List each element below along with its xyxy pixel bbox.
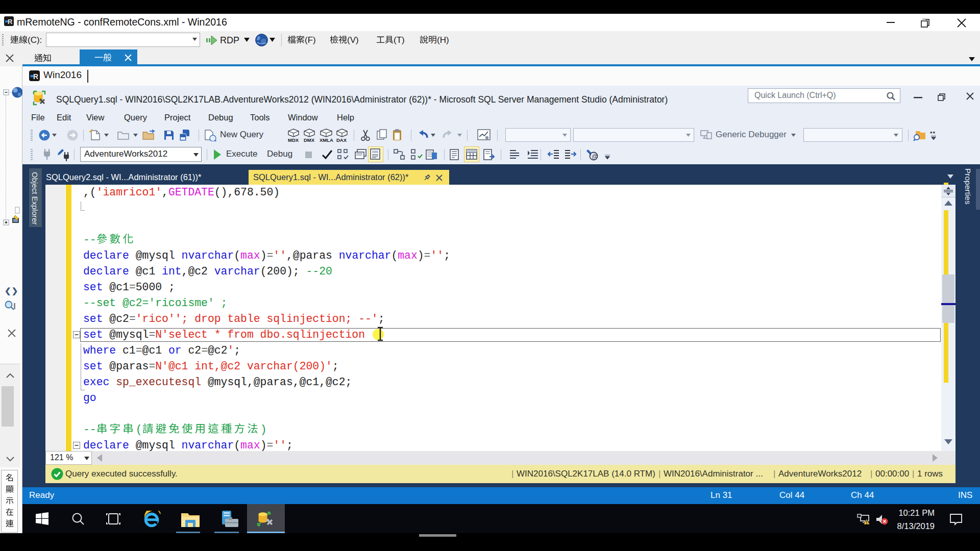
svg-text:XMLA: XMLA [320,137,333,142]
svg-text:MDX: MDX [288,137,299,142]
svg-text:DMX: DMX [304,137,315,142]
svg-text:R: R [8,18,13,26]
svg-text:@: @ [592,153,598,160]
svg-text:R: R [33,72,38,81]
svg-text:DAX: DAX [336,137,347,142]
